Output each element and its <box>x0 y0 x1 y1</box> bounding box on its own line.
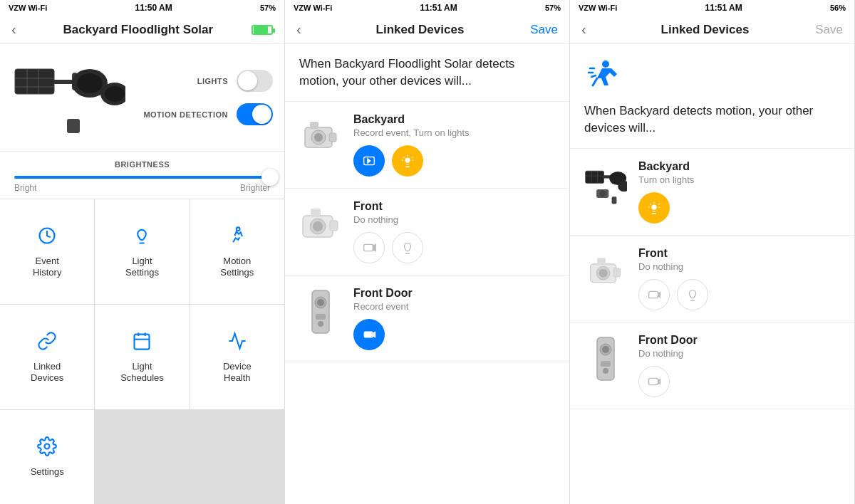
menu-item-linked-devices[interactable]: LinkedDevices <box>0 305 94 409</box>
menu-item-event-history[interactable]: EventHistory <box>0 199 94 304</box>
svg-rect-23 <box>329 133 336 142</box>
back-button-1[interactable]: ‹ <box>11 21 16 38</box>
motion-toggle[interactable] <box>237 103 273 125</box>
device-info-frontdoor-1: Front Door Record event <box>353 287 555 350</box>
status-right-2: 57% <box>545 4 561 12</box>
lights-toggle[interactable] <box>237 70 273 92</box>
menu-item-motion-settings[interactable]: MotionSettings <box>190 199 284 304</box>
lights-btn-front-2[interactable] <box>677 279 708 310</box>
lights-icon-backyard-1 <box>400 153 415 169</box>
svg-rect-15 <box>135 335 150 350</box>
menu-item-settings[interactable]: Settings <box>0 410 94 504</box>
device-action-frontdoor-2: Do nothing <box>638 348 840 359</box>
carrier-2: VZW Wi-Fi <box>294 4 332 12</box>
carrier-1: VZW Wi-Fi <box>9 4 47 12</box>
list-item-front-2: Front Do nothing <box>570 236 854 322</box>
device-name-backyard-1: Backyard <box>353 113 555 126</box>
lights-btn-backyard-1[interactable] <box>392 145 423 177</box>
lights-icon-backyard-2 <box>646 200 662 216</box>
controls-area: LIGHTS MOTION DETECTION <box>125 70 273 125</box>
svg-point-10 <box>105 86 125 102</box>
status-bar-3: VZW Wi-Fi 11:51 AM 56% <box>570 0 854 16</box>
svg-rect-58 <box>613 268 620 276</box>
svg-rect-31 <box>330 221 338 231</box>
panel-linked-devices-1: VZW Wi-Fi 11:51 AM 57% ‹ Linked Devices … <box>285 0 570 504</box>
record-icon-backyard-1 <box>361 153 377 169</box>
slider-thumb[interactable] <box>261 169 279 186</box>
device-info-frontdoor-2: Front Door Do nothing <box>638 334 840 397</box>
svg-rect-32 <box>311 209 321 217</box>
device-thumb-front-1 <box>299 200 342 250</box>
record-btn-frontdoor-1[interactable] <box>353 319 385 350</box>
svg-point-19 <box>45 444 50 449</box>
record-btn-front-2[interactable] <box>638 279 670 310</box>
save-button-1[interactable]: Save <box>530 23 558 37</box>
motion-label: MOTION DETECTION <box>143 110 228 119</box>
record-btn-backyard-1[interactable] <box>353 145 385 177</box>
svg-marker-42 <box>373 331 376 337</box>
menu-label-event-history: EventHistory <box>33 256 61 278</box>
menu-label-light-schedules: LightSchedules <box>120 361 164 383</box>
menu-item-light-schedules[interactable]: LightSchedules <box>95 305 189 409</box>
menu-label-motion-settings: MotionSettings <box>220 256 254 278</box>
svg-point-30 <box>313 221 323 231</box>
linked-devices-title-2: Linked Devices <box>661 23 750 37</box>
time-3: 11:51 AM <box>705 3 742 13</box>
device-name-backyard-2: Backyard <box>638 160 840 173</box>
brightness-slider[interactable] <box>14 176 270 179</box>
action-buttons-front-1 <box>353 232 555 263</box>
doorbell-svg-2 <box>591 334 620 384</box>
device-info-front-1: Front Do nothing <box>353 200 555 263</box>
link-icon <box>37 331 57 355</box>
record-icon-front-2 <box>646 287 662 303</box>
device-name-frontdoor-1: Front Door <box>353 287 555 300</box>
svg-marker-25 <box>367 157 371 164</box>
device-thumb-front-2 <box>584 247 627 297</box>
menu-item-device-health[interactable]: DeviceHealth <box>190 305 284 409</box>
back-button-2[interactable]: ‹ <box>296 21 301 38</box>
record-icon-frontdoor-1 <box>361 327 377 342</box>
svg-point-38 <box>317 299 324 306</box>
panel-linked-devices-2: VZW Wi-Fi 11:51 AM 56% ‹ Linked Devices … <box>570 0 855 504</box>
svg-rect-24 <box>310 122 318 129</box>
device-name-front-2: Front <box>638 247 840 260</box>
menu-label-light-settings: LightSettings <box>125 256 159 278</box>
record-btn-front-1[interactable] <box>353 232 385 263</box>
time-1: 11:50 AM <box>135 3 172 13</box>
save-button-2[interactable]: Save <box>815 23 843 37</box>
action-buttons-front-2 <box>638 279 840 310</box>
motion-runner-icon <box>584 58 620 94</box>
floodlight-svg <box>11 58 125 137</box>
panel2-description: When Backyard Floodlight Solar detects m… <box>285 44 569 102</box>
battery-pct-1: 57% <box>260 4 276 12</box>
runner-icon <box>227 226 247 250</box>
device-action-front-1: Do nothing <box>353 214 555 225</box>
device-thumb-backyard-1 <box>299 113 342 163</box>
device-action-backyard-1: Record event, Turn on lights <box>353 127 555 138</box>
svg-rect-11 <box>67 119 80 133</box>
svg-rect-60 <box>649 291 658 298</box>
motion-toggle-row: MOTION DETECTION <box>125 103 273 125</box>
lights-icon-front-2 <box>685 287 700 303</box>
battery-icon-1 <box>252 25 273 35</box>
gear-icon <box>37 436 57 461</box>
record-btn-frontdoor-2[interactable] <box>638 366 670 397</box>
device-info-front-2: Front Do nothing <box>638 247 840 310</box>
action-buttons-backyard-1 <box>353 145 555 177</box>
motion-icon-area <box>570 44 854 103</box>
brightness-label: BRIGHTNESS <box>14 160 270 169</box>
svg-point-22 <box>314 133 323 142</box>
device-action-frontdoor-1: Record event <box>353 301 555 312</box>
device-thumb-frontdoor-2 <box>584 334 627 384</box>
menu-item-light-settings[interactable]: LightSettings <box>95 199 189 304</box>
status-right-1: 57% <box>260 4 276 12</box>
menu-label-settings: Settings <box>31 466 64 478</box>
lights-btn-front-1[interactable] <box>392 232 423 263</box>
status-bar-1: VZW Wi-Fi 11:50 AM 57% <box>0 0 284 16</box>
action-buttons-backyard-2 <box>638 192 840 224</box>
back-button-3[interactable]: ‹ <box>581 21 586 38</box>
svg-rect-5 <box>53 80 74 84</box>
svg-point-57 <box>599 268 608 277</box>
carrier-3: VZW Wi-Fi <box>579 4 617 12</box>
lights-btn-backyard-2[interactable] <box>638 192 670 224</box>
